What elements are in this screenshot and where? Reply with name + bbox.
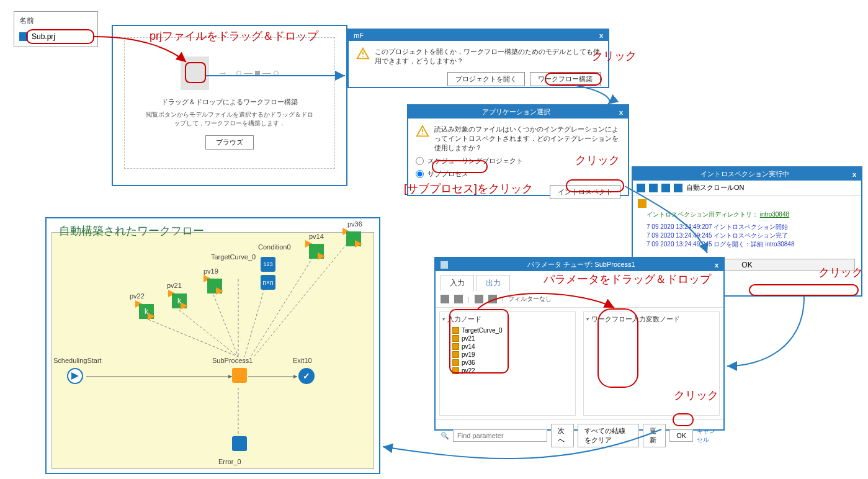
dialog1-titlebar: mF x [349,30,608,41]
node-start[interactable] [67,368,84,385]
next-button[interactable]: 次へ [551,424,574,447]
param-icon [452,367,459,374]
param-cancel-link[interactable]: キャンセル [697,427,718,444]
node-exit[interactable]: ✓ [298,368,316,385]
node-label-pv14: pv14 [309,233,324,240]
dialog-app-select: アプリケーション選択 x 読込み対象のファイルはいくつかのインテグレーションによ… [407,104,629,196]
param-icon [452,327,459,334]
param-leaf[interactable]: pv19 [442,351,573,359]
param-right-header: ワークフロー入力変数ノード [586,315,717,324]
svg-rect-1 [362,51,364,55]
tool-icon[interactable] [454,295,463,303]
node-subprocess[interactable] [232,368,249,385]
radio-subprocess-label: サブプロセス [427,169,468,179]
build-workflow-button[interactable]: ワークフロー構築 [530,72,601,86]
dialog2-message: 読込み対象のファイルはいくつかのインテグレーションによってイントロスペクトされま… [434,125,620,153]
node-error[interactable] [232,436,249,454]
dialog3-close-icon[interactable]: x [852,171,856,178]
param-leaf[interactable]: pv36 [442,359,573,367]
node-label-pv22: pv22 [130,292,145,300]
dialog1-message: このプロジェクトを開くか，ワークフロー構築のためのモデルとしても使用できます，ど… [375,47,601,66]
log-delete-icon[interactable] [649,184,658,192]
param-footer: 🔍 次へ すべての結線をクリア 更新 OK キャンセル [436,419,723,451]
project-file-icon [19,32,28,41]
dialog1-app: mF [354,32,364,39]
filter-label[interactable]: フィルターなし [508,295,552,303]
autoscroll-label: 自動スクロールON [686,183,745,192]
dialog3-title: イントロスペクション実行中 [638,169,852,179]
param-leaf[interactable]: pv14 [442,342,573,351]
param-toolbar: | | フィルターなし [436,291,723,308]
radio-subprocess-input[interactable] [416,170,424,178]
radio-scheduling[interactable]: スケジューリングプロジェクト [416,156,620,166]
dialog2-close-icon[interactable]: x [619,109,623,116]
radio-subprocess[interactable]: サブプロセス [416,169,620,179]
find-parameter-input[interactable] [453,429,547,442]
file-row-sub-prj[interactable]: Sub.prj [14,30,97,43]
node-pv22[interactable]: k [139,304,156,321]
log-dir-link[interactable]: intro30848 [760,211,789,218]
svg-point-0 [362,56,364,57]
param-leaf[interactable]: pv21 [442,334,573,342]
update-button[interactable]: 更新 [643,424,666,447]
param-ok-button[interactable]: OK [669,429,693,442]
dropzone-inner[interactable]: → ドラッグ＆ドロップによるワークフロー構築 閲覧ボタンからモデルファイルを選択… [124,37,335,169]
log-line: 7 09 2020 13:24:49:245 ログを開く：詳細 intro308… [638,240,856,249]
search-icon: 🔍 [441,432,449,440]
tab-input[interactable]: 入力 [441,275,474,291]
node-target[interactable]: 123 [261,257,278,274]
dialog2-title: アプリケーション選択 [413,107,619,117]
svg-rect-3 [422,129,423,132]
param-icon [452,351,459,358]
param-close-icon[interactable]: x [715,261,718,269]
node-label-target: TargetCurve_0 [211,253,256,261]
param-columns: 入力ノード TargetCurve_0 pv21 pv14 pv19 pv36 … [436,308,723,419]
workflow-canvas[interactable]: pv22 k pv21 k pv19 TargetCurve_0 Conditi… [51,232,374,469]
introspect-button[interactable]: イントロスペクト [550,185,620,199]
dialog2-titlebar: アプリケーション選択 x [408,105,628,119]
log-tree-icon [638,199,647,208]
log-save-icon[interactable] [674,184,682,192]
node-label-pv36-outer: pv36 [347,220,362,228]
tool-icon[interactable] [488,295,497,303]
param-tabs: 入力 出力 [436,271,723,291]
radio-scheduling-label: スケジューリングプロジェクト [427,156,523,166]
tab-output[interactable]: 出力 [477,275,510,291]
param-leaf[interactable]: pv22 [442,367,573,375]
tool-icon[interactable] [441,295,449,303]
radio-scheduling-input[interactable] [416,157,424,165]
log-filter-icon[interactable] [661,184,670,192]
node-pv36[interactable] [346,231,364,249]
node-cond[interactable]: n×n [261,275,278,292]
node-label-error: Error_0 [218,458,241,465]
node-pv21[interactable]: k [172,293,189,311]
dropzone-panel[interactable]: → ドラッグ＆ドロップによるワークフロー構築 閲覧ボタンからモデルファイルを選択… [112,25,347,186]
param-left-header: 入力ノード [442,315,573,324]
file-list-header: 名前 [14,12,97,30]
open-project-button[interactable]: プロジェクトを開く [447,72,525,86]
log-body: イントロスペクション用ディレクトリ： intro30848 7 09 2020 … [633,195,861,253]
node-label-subprocess: SubProcess1 [212,357,253,364]
node-pv19[interactable] [207,279,225,296]
log-clear-icon[interactable] [637,184,645,192]
warning-icon [416,125,429,138]
log-dir-label: イントロスペクション用ディレクトリ： [647,211,758,218]
dropzone-title: ドラッグ＆ドロップによるワークフロー構築 [143,97,316,107]
node-label-exit: Exit10 [293,357,312,364]
file-name: Sub.prj [32,32,55,41]
param-leaf[interactable]: TargetCurve_0 [442,326,573,334]
dialog-open-or-build: mF x このプロジェクトを開くか，ワークフロー構築のためのモデルとしても使用で… [347,29,609,88]
log-toolbar: 自動スクロールON [633,181,861,195]
param-icon [452,343,459,350]
param-titlebar: パラメータ チューザ: SubProcess1 x [436,258,723,271]
node-pv14[interactable] [309,244,326,261]
log-line: 7 09 2020 13:24:49:207 イントロスペクション開始 [638,223,856,231]
dialog1-close-icon[interactable]: x [599,32,603,39]
tool-icon[interactable] [475,295,483,303]
clear-links-button[interactable]: すべての結線をクリア [578,424,639,447]
param-right-col[interactable]: ワークフロー入力変数ノード [583,311,720,416]
warning-icon [356,47,370,61]
browse-button[interactable]: ブラウズ [205,135,254,150]
param-left-col[interactable]: 入力ノード TargetCurve_0 pv21 pv14 pv19 pv36 … [439,311,576,416]
param-icon [452,359,459,366]
